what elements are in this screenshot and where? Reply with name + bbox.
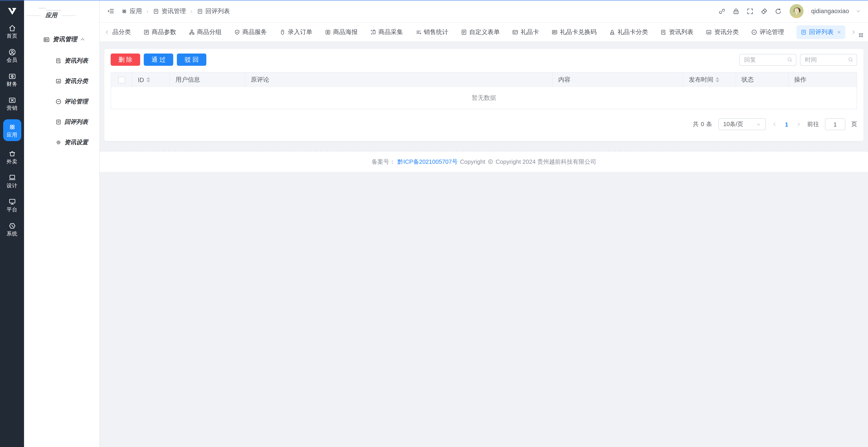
rail-item-system[interactable]: 系统 [3,221,21,237]
icp-link[interactable]: 黔ICP备2021005707号 [398,158,458,166]
column-label: 发布时间 [689,76,713,84]
header-cell-状态: 状态 [736,72,788,87]
approve-button[interactable]: 通过 [144,54,173,66]
menu-group-news-manage[interactable]: 资讯管理 [24,33,100,46]
page-number-1[interactable]: 1 [783,121,790,128]
doc-icon [197,8,203,14]
org-icon [188,29,195,35]
topbar-actions: qidiangaoxiao [718,4,861,18]
tab-options-grid-icon[interactable] [858,32,864,38]
home-icon [8,24,16,32]
breadcrumb-item[interactable]: 应用 [121,7,142,15]
rail-item-label: 营销 [7,105,18,111]
divider-line [27,15,41,16]
reject-button[interactable]: 驳回 [177,54,206,66]
header-cell-发布时间[interactable]: 发布时间 [683,72,736,87]
pagination-total: 共 0 条 [693,120,712,128]
rail-item-platform[interactable]: 平台 [3,197,21,213]
rail-item-home[interactable]: 首页 [3,23,21,39]
close-icon[interactable] [837,30,841,34]
caret-down-icon[interactable] [856,9,861,13]
username[interactable]: qidiangaoxiao [811,8,849,14]
tab-评论管理[interactable]: 评论管理 [751,28,784,36]
page-size-select[interactable]: 10条/页 [718,118,766,130]
tab-商品服务[interactable]: 商品服务 [234,28,267,36]
copyright-icon [488,159,493,165]
shield-check-icon [234,29,240,35]
select-all-checkbox[interactable] [118,77,125,83]
rail-item-apps[interactable]: 应用 [3,119,21,141]
rail-item-design[interactable]: 设计 [3,173,21,189]
breadcrumb-label: 资讯管理 [161,7,186,15]
tab-资讯分类[interactable]: 资讯分类 [706,28,739,36]
divider-line [62,15,76,16]
rail-item-takeout[interactable]: 外卖 [3,149,21,165]
user-avatar[interactable] [789,4,803,18]
main-area: 应用›资讯管理›回评列表 qidiangaoxiao 品分类商品参数商品分组商品… [100,0,868,447]
sort-icon[interactable] [716,77,719,83]
menu-group-label: 资讯管理 [53,35,77,43]
submenu-item-label: 评论管理 [64,97,88,106]
goto-page-input[interactable] [825,118,845,130]
progress-bar [0,0,868,1]
toolbar: 删除通过驳回 [111,54,857,66]
submenu-item-news-list[interactable]: 资讯列表 [24,50,100,71]
goto-label: 前往 [807,120,819,128]
submenu-item-label: 资讯分类 [64,77,88,85]
tab-资讯列表[interactable]: 资讯列表 [660,28,693,36]
tab-礼品卡[interactable]: 礼品卡 [512,28,539,36]
secondary-sidebar: 应用 资讯管理 资讯列表资讯分类评论管理回评列表资讯设置 [24,0,100,447]
tab-回评列表[interactable]: 回评列表 [796,25,845,39]
clean-icon[interactable] [760,7,768,15]
tab-礼品卡分类[interactable]: 礼品卡分类 [609,28,648,36]
rail-item-label: 平台 [7,207,18,212]
breadcrumb-item[interactable]: 资讯管理 [153,7,186,15]
tab-商品海报[interactable]: 商品海报 [324,28,358,36]
breadcrumb-item[interactable]: 回评列表 [197,7,230,15]
delete-button[interactable]: 删除 [111,54,140,66]
tab-礼品卡兑换码[interactable]: 礼品卡兑换码 [551,28,596,36]
submenu-item-news-settings[interactable]: 资讯设置 [24,132,100,152]
tab-商品采集[interactable]: 商品采集 [370,28,403,36]
refresh-icon[interactable] [774,7,782,15]
rail-item-finance[interactable]: 财务 [3,71,21,88]
page-footer: 备案号： 黔ICP备2021005707号 Copyright Copyrigh… [100,151,868,172]
rail-item-label: 财务 [7,81,18,87]
doc-list-icon [660,29,666,35]
tab-自定义表单[interactable]: 自定义表单 [461,28,500,36]
next-page-icon[interactable] [796,122,801,127]
tab-商品分组[interactable]: 商品分组 [188,28,221,36]
doc-icon [153,8,159,14]
tabs-scroll-left-icon[interactable] [104,29,110,35]
prev-page-icon[interactable] [772,122,777,127]
system-icon [8,221,16,230]
column-label: 用户信息 [176,76,200,84]
header-cell-checkbox [111,72,132,87]
tab-label: 商品采集 [378,28,403,36]
tab-品分类[interactable]: 品分类 [113,28,131,36]
header-cell-用户信息: 用户信息 [170,72,245,87]
fullscreen-icon[interactable] [746,7,753,15]
submenu-item-news-category[interactable]: 资讯分类 [24,71,100,91]
lock-icon[interactable] [732,7,739,15]
rail-item-marketing[interactable]: 营销 [3,95,21,112]
section-title: 应用 [45,11,57,20]
submenu-item-comment-manage[interactable]: 评论管理 [24,91,100,112]
stats-icon [415,29,422,35]
submenu-item-reply-list[interactable]: 回评列表 [24,112,100,132]
tab-label: 评论管理 [760,28,784,36]
sort-icon[interactable] [146,77,150,83]
rail-item-member[interactable]: 会员 [3,47,21,63]
breadcrumb: 应用›资讯管理›回评列表 [121,7,230,15]
tab-商品参数[interactable]: 商品参数 [143,28,176,36]
empty-state-text: 暂无数据 [472,94,496,102]
column-label: ID [138,77,144,83]
collapse-sidebar-icon[interactable] [107,7,115,15]
header-cell-ID[interactable]: ID [132,72,170,87]
tab-录入订单[interactable]: 录入订单 [279,28,312,36]
tabs-scroll-right-icon[interactable] [851,29,856,35]
pagination: 共 0 条 10条/页 1 [111,118,857,130]
link-icon[interactable] [718,7,725,15]
tab-销售统计[interactable]: 销售统计 [415,28,448,36]
poster-icon [324,29,331,35]
